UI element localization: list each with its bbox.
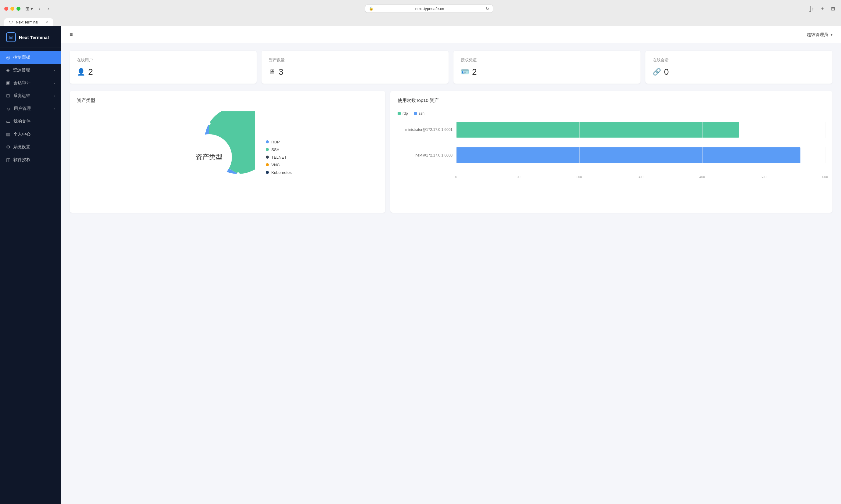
bar-legend-dot-rdp — [398, 112, 401, 115]
stat-value-online_sessions: 🔗 0 — [653, 67, 825, 77]
tab-title: Next Terminal — [16, 20, 38, 24]
legend-dot-telnet — [266, 156, 269, 159]
axis-tick-400: 400 — [699, 175, 705, 179]
stat-number-auth_creds: 2 — [472, 67, 477, 77]
nav-chevron-sessions: › — [54, 81, 55, 85]
legend-label-telnet: TELNET — [271, 155, 287, 160]
grid-line — [825, 147, 825, 163]
stat-value-assets: 🖥 3 — [269, 67, 441, 77]
nav-icon-settings: ⚙ — [6, 144, 10, 150]
legend-label-rdp: RDP — [271, 140, 280, 144]
new-tab-button[interactable]: ＋ — [818, 4, 827, 13]
nav-item-left: ▤ 个人中心 — [6, 131, 31, 137]
sidebar-item-dashboard[interactable]: ◎ 控制面板 — [0, 51, 61, 64]
legend-dot-ssh — [266, 148, 269, 151]
close-traffic-light[interactable] — [4, 7, 8, 11]
bar-rows-container: ministrator@172.17.0.1:6001 next@172.17.… — [398, 122, 825, 163]
stat-icon-online_users: 👤 — [77, 68, 85, 76]
sidebar-item-license[interactable]: ◫ 软件授权 — [0, 154, 61, 166]
maximize-traffic-light[interactable] — [17, 7, 20, 11]
browser-actions: ⎦↑ ＋ ⊞ — [807, 4, 837, 13]
axis-tick-200: 200 — [576, 175, 582, 179]
topbar: ≡ 超级管理员 ▾ — [61, 26, 841, 43]
stat-card-assets: 资产数量 🖥 3 — [262, 51, 449, 84]
bar-row-1: next@172.17.0.1:6000 — [398, 147, 825, 163]
bar-label-0: ministrator@172.17.0.1:6001 — [398, 127, 452, 132]
stat-number-online_sessions: 0 — [664, 67, 669, 77]
user-menu[interactable]: 超级管理员 ▾ — [807, 32, 833, 37]
sidebar-item-files[interactable]: ▭ 我的文件 — [0, 115, 61, 128]
sidebar-item-sessions[interactable]: ▣ 会话审计 › — [0, 76, 61, 89]
sidebar-item-settings[interactable]: ⚙ 系统设置 — [0, 141, 61, 154]
nav-chevron-resources: › — [54, 68, 55, 72]
main-content: ≡ 超级管理员 ▾ 在线用户 👤 2 资产数量 🖥 3 授权凭证 🪪 2 在线 — [61, 26, 841, 504]
stat-value-online_users: 👤 2 — [77, 67, 249, 77]
donut-chart-title: 资产类型 — [77, 97, 378, 104]
dashboard: 在线用户 👤 2 资产数量 🖥 3 授权凭证 🪪 2 在线会话 🔗 0 资产类型 — [61, 43, 841, 504]
bar-axis: 0100200300400500600 — [456, 173, 825, 182]
stat-icon-auth_creds: 🪪 — [461, 68, 469, 76]
nav-label-users: 用户管理 — [14, 106, 31, 111]
bar-track-0 — [456, 122, 825, 138]
stat-icon-online_sessions: 🔗 — [653, 68, 661, 76]
stat-card-auth_creds: 授权凭证 🪪 2 — [453, 51, 641, 84]
charts-row: 资产类型 — [70, 91, 833, 213]
axis-tick-100: 100 — [515, 175, 520, 179]
sidebar-item-resources[interactable]: ◈ 资源管理 › — [0, 64, 61, 76]
back-button[interactable]: ‹ — [37, 4, 42, 13]
hamburger-icon[interactable]: ≡ — [70, 32, 73, 38]
bar-legend-ssh: ssh — [414, 111, 425, 115]
stat-icon-assets: 🖥 — [269, 68, 275, 76]
axis-tick-500: 500 — [761, 175, 766, 179]
sidebar-nav: ◎ 控制面板 ◈ 资源管理 › ▣ 会话审计 › ⊡ 系统运维 › ☺ 用户管理… — [0, 48, 61, 504]
reload-icon[interactable]: ↻ — [486, 6, 489, 11]
sidebar-item-users[interactable]: ☺ 用户管理 › — [0, 102, 61, 115]
bar-fill-0 — [456, 122, 739, 138]
grid-button[interactable]: ⊞ — [829, 4, 837, 13]
nav-item-left: ▭ 我的文件 — [6, 119, 31, 124]
stat-label-auth_creds: 授权凭证 — [461, 57, 633, 63]
stat-label-online_sessions: 在线会话 — [653, 57, 825, 63]
nav-label-license: 软件授权 — [14, 157, 31, 163]
lock-icon: 🔒 — [369, 6, 374, 11]
nav-icon-files: ▭ — [6, 119, 11, 124]
bar-track-1 — [456, 147, 825, 163]
nav-item-left: ▣ 会话审计 — [6, 80, 31, 86]
browser-tabs: 🛡 Next Terminal ✕ — [4, 17, 837, 26]
logo-text: Next Terminal — [19, 35, 49, 40]
sidebar: ⊞ Next Terminal ◎ 控制面板 ◈ 资源管理 › ▣ 会话审计 ›… — [0, 26, 61, 504]
bar-legend-dot-ssh — [414, 112, 417, 115]
url-bar[interactable]: 🔒 next.typesafe.cn ↻ — [365, 4, 493, 13]
nav-icon-license: ◫ — [6, 157, 11, 163]
axis-tick-300: 300 — [638, 175, 643, 179]
bar-chart-title: 使用次数Top10 资产 — [398, 97, 825, 104]
donut-container: 资产类型 RDP SSH TELNET VNC Kubernetes — [77, 108, 378, 206]
minimize-traffic-light[interactable] — [11, 7, 14, 11]
forward-button[interactable]: › — [46, 4, 51, 13]
sidebar-item-profile[interactable]: ▤ 个人中心 — [0, 128, 61, 141]
browser-chrome: ⊞ ▾ ‹ › 🔒 next.typesafe.cn ↻ ⎦↑ ＋ ⊞ 🛡 Ne… — [0, 0, 841, 26]
active-tab[interactable]: 🛡 Next Terminal ✕ — [4, 18, 53, 26]
donut-wrap: 资产类型 — [163, 111, 255, 203]
tab-close-icon[interactable]: ✕ — [46, 20, 48, 24]
share-button[interactable]: ⎦↑ — [807, 4, 816, 13]
stat-label-online_users: 在线用户 — [77, 57, 249, 63]
nav-item-left: ◫ 软件授权 — [6, 157, 31, 163]
user-menu-chevron: ▾ — [830, 33, 833, 37]
bar-legend-rdp: rdp — [398, 111, 408, 115]
logo-icon: ⊞ — [6, 32, 16, 42]
legend-item-vnc: VNC — [266, 163, 292, 167]
nav-label-dashboard: 控制面板 — [13, 55, 30, 60]
user-name: 超级管理员 — [807, 32, 828, 37]
legend-dot-vnc — [266, 163, 269, 166]
nav-item-left: ◈ 资源管理 — [6, 68, 30, 73]
sidebar-item-ops[interactable]: ⊡ 系统运维 › — [0, 89, 61, 102]
nav-icon-resources: ◈ — [6, 68, 10, 73]
sidebar-logo: ⊞ Next Terminal — [0, 26, 61, 48]
legend-item-rdp: RDP — [266, 140, 292, 144]
nav-icon-users: ☺ — [6, 106, 11, 111]
legend-item-ssh: SSH — [266, 147, 292, 152]
bar-chart-area: rdp ssh ministrator@172.17.0.1:6001 next… — [398, 108, 825, 185]
bar-label-1: next@172.17.0.1:6000 — [398, 153, 452, 158]
sidebar-toggle-button[interactable]: ⊞ ▾ — [25, 6, 33, 12]
